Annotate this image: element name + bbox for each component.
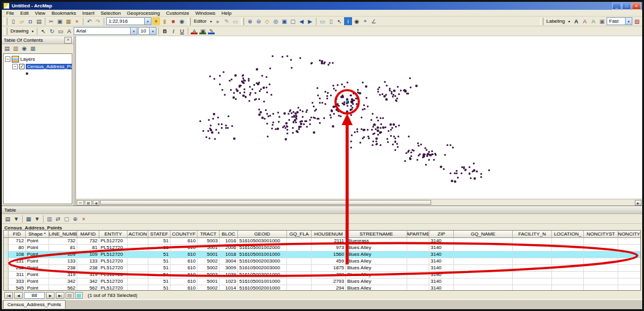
chevron-down-icon[interactable]: ▼ xyxy=(130,28,137,34)
toc-layer-label[interactable]: Census_Address_Points xyxy=(26,64,72,69)
show-selected-records-button[interactable]: ▤ xyxy=(75,292,83,299)
menu-item-customize[interactable]: Customize xyxy=(163,10,193,16)
table-cell[interactable] xyxy=(552,258,584,265)
column-header-facility-n[interactable]: FACILITY_N xyxy=(513,231,552,238)
label-engine-combo[interactable]: Fast ▼ xyxy=(607,17,632,25)
zoom-out-icon[interactable]: ⊖ xyxy=(255,17,263,25)
column-header-shape[interactable]: Shape * xyxy=(26,231,49,238)
toolbar-grip[interactable] xyxy=(4,28,7,35)
rotate-icon[interactable]: ↻ xyxy=(48,27,56,35)
data-view-button[interactable]: ▭ xyxy=(77,200,84,205)
table-cell[interactable]: PL512720 xyxy=(99,278,128,285)
table-cell[interactable]: 342 xyxy=(77,278,99,285)
table-cell[interactable] xyxy=(513,285,552,291)
table-cell[interactable] xyxy=(454,265,513,272)
table-cell[interactable]: 1039 xyxy=(220,272,238,278)
table-cell[interactable]: 3140 xyxy=(429,238,454,245)
table-cell[interactable]: 3004 xyxy=(220,258,238,265)
zoom-in-icon[interactable]: ⊕ xyxy=(246,17,254,25)
table-cell[interactable] xyxy=(584,265,618,272)
row-selector[interactable] xyxy=(4,251,9,258)
table-cell[interactable] xyxy=(618,258,641,265)
toolbox-icon[interactable]: ■ xyxy=(169,17,177,25)
column-header-tract[interactable]: TRACT xyxy=(197,231,220,238)
find-icon[interactable]: ◉ xyxy=(353,17,361,25)
table-cell[interactable]: 2111 xyxy=(312,238,346,245)
labeling-menu[interactable]: Labeling xyxy=(545,18,566,24)
column-header-bloc[interactable]: BLOC xyxy=(220,231,238,238)
text-tool-icon[interactable]: A xyxy=(65,27,73,35)
table-cell[interactable] xyxy=(618,251,641,258)
table-cell[interactable]: 3009 xyxy=(220,265,238,272)
table-cell[interactable]: 51 xyxy=(148,251,171,258)
toc-symbol-row[interactable] xyxy=(5,70,71,77)
font-size-combo[interactable]: 10 ▼ xyxy=(138,27,156,35)
column-header-mafid[interactable]: MAFID xyxy=(77,231,99,238)
table-cell[interactable]: 333 xyxy=(9,278,26,285)
table-cell[interactable]: 1018 xyxy=(220,251,238,258)
table-cell[interactable]: Bluegrass xyxy=(346,238,407,245)
row-selector[interactable] xyxy=(4,258,9,265)
table-cell[interactable]: Point xyxy=(26,258,49,265)
table-cell[interactable]: 5001 xyxy=(197,251,220,258)
table-cell[interactable] xyxy=(287,278,312,285)
drawing-menu[interactable]: Drawing xyxy=(9,28,29,34)
table-cell[interactable]: 610 xyxy=(171,238,197,245)
list-by-source-icon[interactable]: ▥ xyxy=(12,45,20,53)
menu-item-edit[interactable]: Edit xyxy=(17,10,32,16)
table-cell[interactable]: PL512720 xyxy=(99,258,128,265)
table-cell[interactable] xyxy=(454,251,513,258)
column-header-gq-name[interactable]: GQ_NAME xyxy=(454,231,513,238)
table-cell[interactable] xyxy=(552,285,584,291)
search-icon[interactable]: ◉ xyxy=(178,17,186,25)
switch-selection-icon[interactable]: ⇄ xyxy=(54,215,62,223)
menu-item-file[interactable]: File xyxy=(3,10,17,16)
table-cell[interactable] xyxy=(618,278,641,285)
delete-selected-icon[interactable]: × xyxy=(80,215,88,223)
redo-icon[interactable]: ↷ xyxy=(94,17,102,25)
table-cell[interactable] xyxy=(287,251,312,258)
sketch-tool-icon[interactable]: ✎ xyxy=(223,17,231,25)
forward-extent-icon[interactable]: ▶ xyxy=(306,17,314,25)
table-cell[interactable]: 319 xyxy=(77,272,99,278)
table-cell[interactable] xyxy=(287,272,312,278)
table-cell[interactable]: 610 xyxy=(171,265,197,272)
table-cell[interactable]: 3140 xyxy=(429,265,454,272)
last-record-button[interactable]: ▶| xyxy=(56,292,64,299)
table-cell[interactable] xyxy=(407,258,429,265)
toc-root-row[interactable]: − Layers xyxy=(5,55,71,63)
table-cell[interactable]: 133 xyxy=(77,258,99,265)
column-header-entity[interactable]: ENTITY xyxy=(99,231,128,238)
menu-item-windows[interactable]: Windows xyxy=(192,10,218,16)
table-cell[interactable]: 238 xyxy=(49,265,77,272)
table-cell[interactable]: 232 xyxy=(9,265,26,272)
table-cell[interactable]: 1014 xyxy=(220,285,238,291)
lock-labels-icon[interactable]: ▣ xyxy=(598,17,606,25)
column-header-noncitys[interactable]: NONCITYS_ xyxy=(618,231,641,238)
menu-item-selection[interactable]: Selection xyxy=(98,10,124,16)
table-cell[interactable] xyxy=(513,278,552,285)
clear-selected-features-icon[interactable]: ▯ xyxy=(327,17,335,25)
scroll-right-icon[interactable]: ▶ xyxy=(635,200,642,205)
open-folder-icon[interactable]: ▱ xyxy=(18,17,26,25)
column-header-geoid[interactable]: GEOID xyxy=(238,231,287,238)
table-cell[interactable]: 319 xyxy=(49,272,77,278)
chevron-down-icon[interactable]: ▼ xyxy=(12,215,20,223)
map-canvas[interactable] xyxy=(76,36,642,199)
row-selector[interactable] xyxy=(4,272,9,278)
close-icon[interactable]: × xyxy=(64,37,72,44)
table-cell[interactable]: 516105001001000 xyxy=(238,278,287,285)
table-cell[interactable]: 133 xyxy=(49,258,77,265)
table-cell[interactable] xyxy=(407,245,429,251)
table-cell[interactable]: 311 xyxy=(9,272,26,278)
toolbar-grip[interactable] xyxy=(241,18,244,25)
table-cell[interactable]: 51 xyxy=(148,272,171,278)
table-cell[interactable] xyxy=(584,285,618,291)
fixed-zoom-out-icon[interactable]: ▢ xyxy=(289,17,297,25)
table-cell[interactable] xyxy=(513,245,552,251)
minimize-button[interactable]: _ xyxy=(612,2,621,10)
line-color-icon[interactable]: ✎ xyxy=(207,27,215,35)
chevron-down-icon[interactable]: ▼ xyxy=(625,18,632,25)
identify-icon[interactable]: i xyxy=(344,17,352,25)
cut-icon[interactable]: ✂ xyxy=(47,17,55,25)
